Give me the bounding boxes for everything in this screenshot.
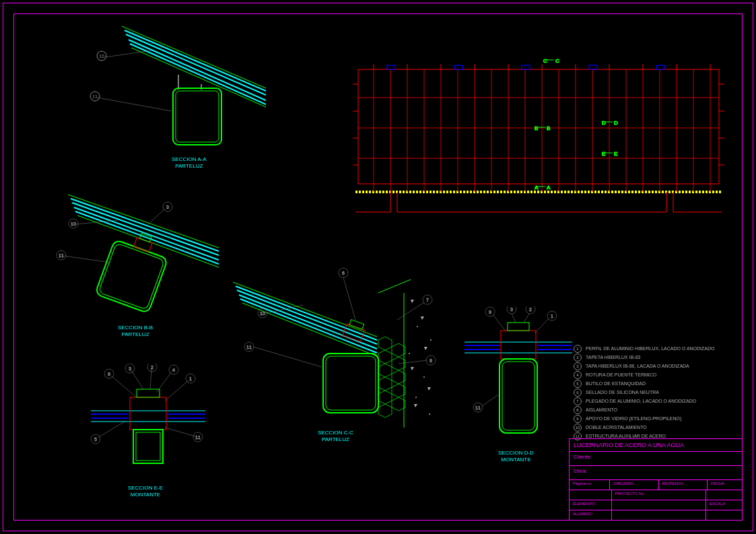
svg-text:8: 8: [429, 358, 432, 363]
section-dd: 9 3 2 1 11: [458, 306, 579, 448]
dibujado-field: DIBUJADO: [609, 480, 658, 490]
section-dd-label: SECCION D-D MONTANTE: [498, 450, 534, 463]
svg-text:1: 1: [551, 314, 553, 319]
svg-text:2: 2: [529, 307, 532, 312]
svg-line-19: [75, 211, 219, 264]
svg-text:11: 11: [246, 345, 252, 349]
legend-number-icon: 6: [574, 389, 582, 397]
svg-text:11: 11: [475, 405, 481, 410]
svg-text:11: 11: [195, 435, 201, 440]
svg-line-45: [111, 376, 137, 397]
section-dd-subtitle: MONTANTE: [501, 457, 530, 463]
svg-line-51: [150, 369, 151, 389]
section-cc: 11 10 6 7 8: [222, 253, 438, 441]
legend-item: 2TAPETA HIBERLUX IB-83: [574, 354, 715, 362]
section-bb-title: SECCION B-B: [118, 325, 153, 331]
svg-rect-165: [656, 65, 664, 69]
section-ee-title: SECCION E-E: [128, 485, 163, 491]
legend-item: 6SELLADO DE SILICONA NEUTRA: [574, 389, 715, 397]
legend-text: APOYO DE VIDRIO (ETILENO-PROPILENO): [586, 415, 681, 423]
svg-line-3: [130, 44, 266, 104]
svg-line-0: [125, 30, 266, 91]
svg-text:9: 9: [489, 310, 491, 314]
legend-item: 10DOBLE ACRISTALAMIENTO: [574, 424, 715, 432]
elemento-field: ELEMENTO: [570, 500, 611, 510]
svg-line-123: [482, 394, 500, 406]
svg-text:6: 6: [342, 271, 345, 275]
section-cc-subtitle: PARTELUZ: [322, 436, 349, 442]
svg-text:D: D: [602, 120, 606, 126]
svg-text:C: C: [555, 58, 559, 64]
svg-line-18: [74, 207, 219, 260]
svg-text:C: C: [543, 58, 547, 64]
svg-line-69: [240, 299, 377, 353]
svg-text:3: 3: [166, 205, 169, 209]
page-field: Página no: [570, 480, 609, 490]
svg-line-57: [165, 380, 188, 401]
svg-line-26: [64, 256, 111, 263]
svg-text:E: E: [614, 151, 617, 157]
svg-line-111: [493, 314, 506, 332]
svg-point-78: [409, 353, 410, 354]
svg-line-16: [71, 199, 219, 251]
svg-rect-43: [133, 430, 163, 463]
legend-number-icon: 8: [574, 406, 582, 414]
svg-rect-161: [387, 65, 395, 69]
legend-number-icon: 4: [574, 371, 582, 379]
svg-text:B: B: [535, 125, 538, 131]
legend-item: 8AISLAMIENTO: [574, 406, 715, 414]
drawing-title: LUCERNARIO DE ACERO A UNA AGUA: [570, 439, 742, 451]
svg-text:2: 2: [151, 365, 153, 370]
svg-text:10: 10: [260, 311, 265, 316]
svg-line-4: [122, 26, 266, 88]
svg-rect-44: [136, 432, 160, 461]
svg-rect-106: [508, 323, 529, 331]
legend-item: 4ROTURA DE PUENTE TERMICO: [574, 371, 715, 379]
svg-text:4: 4: [172, 368, 175, 372]
svg-text:9: 9: [108, 372, 110, 376]
svg-line-68: [239, 295, 377, 349]
section-ee-subtitle: MONTANTE: [131, 492, 160, 498]
legend-text: AISLAMIENTO: [586, 407, 617, 414]
svg-line-60: [165, 428, 195, 436]
svg-rect-107: [500, 359, 537, 433]
svg-rect-9: [176, 91, 219, 142]
svg-line-66: [236, 286, 377, 340]
svg-line-70: [233, 282, 377, 337]
svg-line-29: [76, 220, 118, 224]
proyecto-field: PROYECTO No: [611, 490, 706, 500]
svg-rect-163: [522, 65, 530, 69]
svg-text:11: 11: [92, 94, 98, 99]
svg-line-54: [157, 372, 172, 392]
aluminio-field: ALUMINIO: [570, 510, 611, 520]
section-cc-title: SECCION C-C: [318, 430, 353, 436]
svg-point-80: [415, 397, 417, 398]
legend: 1PERFIL DE ALUMINIO HIBERLUX, LACADO O A…: [574, 345, 715, 441]
legend-item: 1PERFIL DE ALUMINIO HIBERLUX, LACADO O A…: [574, 345, 715, 353]
svg-line-10: [98, 98, 172, 111]
svg-rect-42: [137, 389, 160, 397]
svg-text:5: 5: [94, 437, 97, 442]
svg-rect-22: [95, 240, 168, 314]
svg-text:A: A: [535, 185, 539, 191]
section-bb: 11 10 3: [44, 192, 219, 323]
legend-text: ROTURA DE PUENTE TERMICO: [586, 372, 656, 379]
section-aa-label: SECCION A-A PARTELUZ: [172, 156, 207, 169]
svg-text:1: 1: [189, 376, 192, 381]
svg-point-76: [417, 326, 418, 327]
svg-line-98: [399, 360, 427, 364]
svg-line-83: [378, 279, 411, 293]
legend-number-icon: 7: [574, 397, 582, 405]
svg-line-48: [131, 370, 143, 389]
svg-rect-108: [502, 362, 535, 430]
svg-rect-162: [454, 65, 462, 69]
svg-line-86: [253, 347, 322, 367]
svg-line-17: [72, 203, 219, 255]
legend-number-icon: 10: [574, 424, 582, 432]
svg-rect-23: [98, 243, 164, 310]
plan-view: CC BB AA DD EE: [350, 57, 727, 232]
fecha-field: FECHA: [707, 480, 742, 490]
svg-text:10: 10: [71, 222, 76, 226]
svg-text:10: 10: [99, 54, 104, 59]
svg-line-92: [343, 277, 355, 320]
